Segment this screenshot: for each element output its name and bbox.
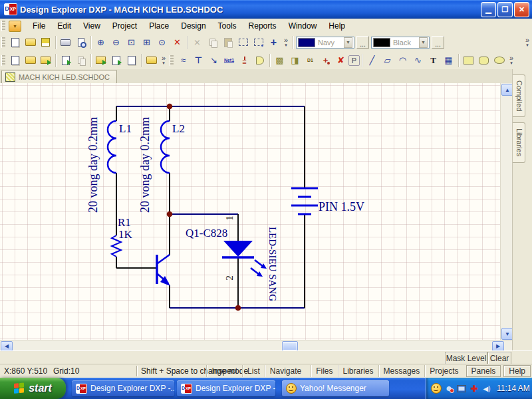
zoom-document-icon[interactable]: ⊡	[124, 35, 139, 50]
more-chevron-icon[interactable]: »▾	[281, 37, 291, 48]
battery-pin[interactable]	[291, 188, 318, 214]
select-touch-icon[interactable]	[251, 35, 266, 50]
task-button-dxp-1[interactable]: DXP Design Explorer DXP -...	[72, 380, 174, 396]
bezier-icon[interactable]: ∿	[410, 53, 426, 68]
copy-icon[interactable]	[205, 35, 220, 50]
print-icon[interactable]	[58, 35, 73, 50]
clear-filter-icon[interactable]: ✕	[170, 35, 185, 50]
l1-note[interactable]: 20 vong day 0.2mm	[86, 117, 100, 213]
text-icon[interactable]: T	[426, 53, 441, 68]
wire-icon[interactable]: ≈	[176, 53, 191, 68]
bus-icon[interactable]: ⊤	[191, 53, 206, 68]
gnd-power-port-icon[interactable]	[237, 53, 252, 68]
battery-label[interactable]: PIN 1.5V	[319, 200, 364, 213]
new-document-icon[interactable]	[7, 35, 23, 50]
free-document-icon[interactable]	[124, 53, 139, 68]
menu-item-view[interactable]: View	[77, 19, 106, 33]
inspect-button[interactable]: Inspect	[206, 365, 242, 377]
offline-contact-icon[interactable]: ☻	[444, 383, 454, 394]
print-preview-icon[interactable]	[73, 35, 88, 50]
storage-icon[interactable]	[144, 53, 159, 68]
arc-icon[interactable]: ◠	[395, 53, 410, 68]
move-icon[interactable]: +	[266, 35, 281, 50]
tab-mach-kich-led[interactable]: MACH KICH LED.SCHDOC	[1, 70, 117, 83]
minimize-icon[interactable]: ▁	[481, 2, 496, 17]
r1-value[interactable]: 1K	[118, 228, 133, 241]
toolbar-grip[interactable]	[1, 55, 5, 66]
clear-button[interactable]: Clear	[487, 352, 511, 364]
open-project-icon[interactable]	[93, 53, 108, 68]
save-icon[interactable]	[38, 35, 53, 50]
more-chevron-icon[interactable]: »▾	[523, 37, 532, 48]
ellipse-icon[interactable]	[491, 53, 507, 68]
side-tab-compiled[interactable]: Compiled	[513, 74, 525, 117]
fill-color-select[interactable]: Black ▼	[371, 37, 430, 49]
more-chevron-icon[interactable]: »▾	[507, 55, 516, 66]
rounded-rectangle-icon[interactable]	[476, 53, 491, 68]
files-button[interactable]: Files	[311, 365, 337, 377]
menu-item-window[interactable]: Window	[283, 19, 323, 33]
messages-button[interactable]: Messages	[378, 365, 425, 377]
add-sheet-icon[interactable]	[58, 53, 73, 68]
volume-icon[interactable]: ◀)	[481, 383, 492, 394]
vertical-scrollbar[interactable]: ▲ ▼	[500, 83, 512, 340]
bus-entry-icon[interactable]: ↘	[206, 53, 221, 68]
l1-designator[interactable]: L1	[119, 122, 132, 135]
dxp-system-menu-icon[interactable]: ▾	[9, 21, 21, 32]
menu-item-tools[interactable]: Tools	[212, 19, 243, 33]
sheet-disabled-icon[interactable]	[73, 53, 88, 68]
junction-icon[interactable]	[318, 53, 333, 68]
chevron-down-icon[interactable]: ▼	[344, 37, 352, 48]
navigate-button[interactable]: Navigate	[265, 365, 306, 377]
line-color-select[interactable]: Navy ▼	[296, 37, 354, 49]
close-icon[interactable]: ✕	[514, 2, 529, 17]
projects-button[interactable]: Projects	[424, 365, 463, 377]
open-any-document-icon[interactable]	[23, 53, 38, 68]
messenger-smiley-icon[interactable]	[431, 383, 442, 394]
help-button[interactable]: Help	[503, 365, 531, 377]
zoom-in-icon[interactable]: ⊕	[93, 35, 108, 50]
paste-icon[interactable]	[220, 35, 235, 50]
panels-button[interactable]: Panels	[466, 365, 501, 377]
zoom-point-icon[interactable]: ⊙	[154, 35, 170, 50]
restore-icon[interactable]: ❐	[497, 2, 513, 17]
led-diode[interactable]	[222, 241, 267, 277]
text-frame-icon[interactable]: ▦	[441, 53, 456, 68]
toolbar-grip[interactable]	[1, 21, 5, 31]
task-button-dxp-2[interactable]: DXP Design Explorer DXP -...	[177, 380, 275, 396]
menu-item-edit[interactable]: Edit	[51, 19, 77, 33]
network-icon[interactable]	[456, 383, 467, 394]
scrollbar-thumb[interactable]	[282, 341, 298, 351]
r1-designator[interactable]: R1	[118, 216, 131, 229]
schematic-drawing[interactable]: L1 L2 20 vong day 0.2mm 20 vong day 0.2m…	[0, 83, 500, 340]
libraries-button[interactable]: Libraries	[338, 365, 378, 377]
toolbar-grip[interactable]	[1, 37, 5, 48]
list-button[interactable]: List	[242, 365, 265, 377]
l2-note[interactable]: 20 vong day 0.2mm	[138, 117, 152, 213]
inductor-l1[interactable]	[108, 121, 116, 173]
new-sheet-icon[interactable]	[7, 53, 23, 68]
sheet-entry-icon[interactable]: ◨	[287, 53, 303, 68]
menu-item-file[interactable]: File	[27, 19, 51, 33]
import-document-icon[interactable]	[38, 53, 53, 68]
mask-level-button[interactable]: Mask Level	[445, 352, 487, 364]
menu-item-project[interactable]: Project	[106, 19, 143, 33]
q1-designator[interactable]: Q1-C828	[186, 227, 227, 239]
fill-color-more-button[interactable]: ...	[432, 36, 444, 49]
zoom-area-icon[interactable]: ⊞	[139, 35, 154, 50]
start-button[interactable]: start	[0, 378, 66, 399]
cross-select-icon[interactable]: ⨯	[190, 35, 205, 50]
l2-designator[interactable]: L2	[172, 122, 185, 135]
schematic-canvas[interactable]: L1 L2 20 vong day 0.2mm 20 vong day 0.2m…	[0, 83, 500, 340]
toolbar-grip[interactable]	[170, 55, 174, 66]
port-icon[interactable]: D1	[303, 53, 318, 68]
task-button-yahoo-messenger[interactable]: Yahoo! Messenger	[282, 380, 389, 396]
menu-item-help[interactable]: Help	[323, 19, 351, 33]
led-note[interactable]: LED-SIEU SANG	[267, 227, 278, 301]
side-tab-libraries[interactable]: Libraries	[513, 122, 525, 162]
open-document-icon[interactable]	[23, 35, 38, 50]
menu-item-place[interactable]: Place	[143, 19, 175, 33]
net-label-icon[interactable]: Net1	[221, 53, 237, 68]
more-chevron-icon[interactable]: »▾	[159, 55, 168, 66]
line-color-more-button[interactable]: ...	[356, 36, 369, 49]
